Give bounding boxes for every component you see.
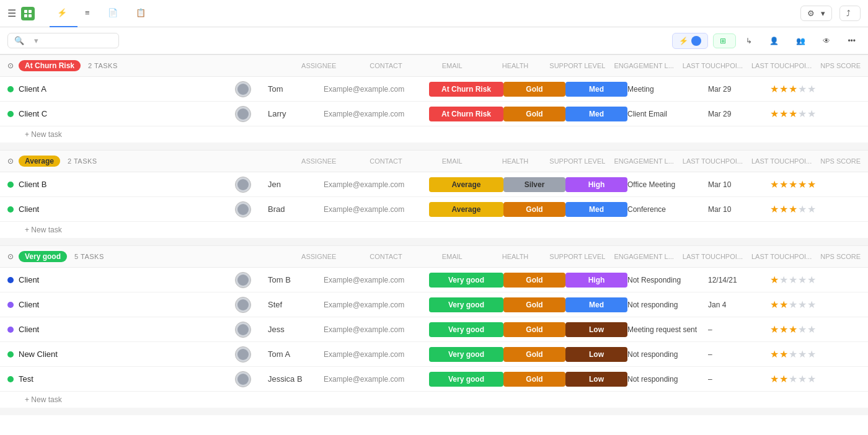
health-cell: Very good — [429, 322, 503, 337]
task-name: Client — [19, 325, 39, 334]
col-email-header: EMAIL — [442, 157, 463, 165]
support-cell: Silver — [503, 177, 565, 192]
svg-rect-2 — [24, 14, 27, 17]
health-cell: At Churn Risk — [429, 107, 503, 121]
star: ★ — [798, 203, 807, 215]
last-date-cell: 12/14/21 — [708, 276, 770, 284]
last-touch-cell: Conference — [627, 205, 708, 214]
engagement-icon: ⚡ — [57, 8, 67, 17]
star: ★ — [770, 178, 779, 190]
header-right: ⚙ ▾ ⤴ — [800, 6, 861, 21]
hamburger-menu[interactable]: ☰ — [7, 7, 16, 19]
nps-stars: ★★★★★ — [770, 274, 844, 286]
task-row[interactable]: Client Stef Example@example.com Very goo… — [0, 292, 868, 317]
col-support-header: SUPPORT LEVEL — [549, 62, 605, 69]
star: ★ — [770, 274, 779, 286]
col-engagement-header: ENGAGEMENT L... — [614, 157, 673, 165]
engagement-cell: Low — [565, 322, 627, 337]
filter-icon: ⚡ — [679, 37, 688, 45]
col-nps-header: NPS SCORE — [820, 253, 861, 260]
support-cell: Gold — [503, 82, 565, 97]
group-verygood: ⊙ Very good 5 TASKS ASSIGNEE CONTACT EMA… — [0, 245, 868, 408]
avatar — [235, 322, 251, 338]
group-by-button[interactable]: ⊞ — [713, 33, 736, 48]
star: ★ — [798, 373, 807, 385]
health-pill: At Churn Risk — [429, 82, 503, 97]
last-touch-cell: Client Email — [627, 110, 708, 118]
task-row[interactable]: Test Jessica B Example@example.com Very … — [0, 367, 868, 392]
nps-stars: ★★★★★ — [770, 203, 844, 215]
engagement-cell: Med — [565, 297, 627, 312]
star: ★ — [779, 373, 788, 385]
group-toggle-verygood[interactable]: ⊙ — [7, 252, 14, 261]
share-button[interactable]: ⤴ — [839, 6, 861, 21]
assignee-cell — [218, 272, 268, 288]
show-button[interactable]: 👁 — [818, 34, 838, 48]
support-cell: Gold — [503, 347, 565, 362]
me-button[interactable]: 👤 — [764, 34, 786, 48]
health-pill: Very good — [429, 297, 503, 312]
group-header-churn: ⊙ At Churn Risk 2 TASKS ASSIGNEE CONTACT… — [0, 55, 868, 77]
task-row[interactable]: Client Jess Example@example.com Very goo… — [0, 317, 868, 342]
new-task-button[interactable]: + New task — [0, 126, 868, 143]
search-box[interactable]: 🔍 ▾ — [7, 33, 119, 48]
search-chevron: ▾ — [34, 36, 38, 45]
col-assignee-header: ASSIGNEE — [301, 62, 336, 69]
email-cell: Example@example.com — [324, 110, 429, 118]
col-health-header: HEALTH — [502, 157, 529, 165]
task-row[interactable]: Client Brad Example@example.com Average … — [0, 197, 868, 222]
task-row[interactable]: Client Tom B Example@example.com Very go… — [0, 268, 868, 292]
svg-rect-1 — [29, 10, 32, 13]
health-pill: Very good — [429, 347, 503, 362]
health-pill: Very good — [429, 322, 503, 337]
new-task-button[interactable]: + New task — [0, 222, 868, 238]
task-name-cell: Client B — [7, 180, 218, 189]
col-assignee-header: ASSIGNEE — [301, 253, 336, 260]
tab-feedback[interactable]: 📋 — [128, 0, 156, 27]
task-row[interactable]: Client B Jen Example@example.com Average… — [0, 172, 868, 197]
last-touch-cell: Not Responding — [627, 276, 708, 284]
engagement-pill: Low — [565, 347, 627, 362]
avatar — [235, 346, 251, 362]
nps-stars: ★★★★★ — [770, 373, 844, 385]
last-touch-cell: Not responding — [627, 350, 708, 359]
assignee-cell — [218, 371, 268, 387]
star: ★ — [789, 178, 797, 190]
task-row[interactable]: Client A Tom Example@example.com At Chur… — [0, 77, 868, 102]
avatar-inner — [237, 84, 249, 95]
star: ★ — [807, 348, 816, 360]
contact-cell: Tom — [268, 84, 324, 94]
group-toggle-churn[interactable]: ⊙ — [7, 61, 14, 70]
group-divider — [0, 143, 868, 150]
task-row[interactable]: Client C Larry Example@example.com At Ch… — [0, 102, 868, 126]
tab-engagement[interactable]: ⚡ — [50, 0, 78, 27]
group-label-churn: At Churn Risk — [19, 60, 81, 71]
filter-button[interactable]: ⚡ — [672, 33, 708, 49]
star: ★ — [789, 323, 797, 335]
avatar-inner — [237, 324, 249, 335]
contact-cell: Larry — [268, 109, 324, 118]
star: ★ — [779, 348, 788, 360]
task-name-cell: Client A — [7, 84, 218, 94]
subtasks-button[interactable]: ↳ — [741, 34, 760, 48]
task-name-cell: Test — [7, 374, 218, 384]
group-label-average: Average — [19, 156, 60, 167]
group-header-average: ⊙ Average 2 TASKS ASSIGNEE CONTACT EMAIL… — [0, 150, 868, 172]
new-task-button[interactable]: + New task — [0, 392, 868, 408]
task-row[interactable]: New Client Tom A Example@example.com Ver… — [0, 342, 868, 367]
tab-playbook[interactable]: 📄 — [100, 0, 128, 27]
engagement-cell: Low — [565, 372, 627, 387]
support-cell: Gold — [503, 202, 565, 217]
automate-button[interactable]: ⚙ ▾ — [800, 6, 832, 21]
engagement-pill: Low — [565, 322, 627, 337]
tab-renewal[interactable]: ≡ — [78, 0, 100, 27]
tab-view[interactable] — [156, 0, 171, 27]
assignees-button[interactable]: 👥 — [791, 34, 813, 48]
more-button[interactable]: ••• — [843, 34, 861, 48]
assignee-cell — [218, 201, 268, 218]
star: ★ — [770, 108, 779, 120]
avatar — [235, 272, 251, 288]
group-toggle-average[interactable]: ⊙ — [7, 157, 14, 165]
contact-cell: Jess — [268, 325, 324, 334]
assignee-cell — [218, 322, 268, 338]
